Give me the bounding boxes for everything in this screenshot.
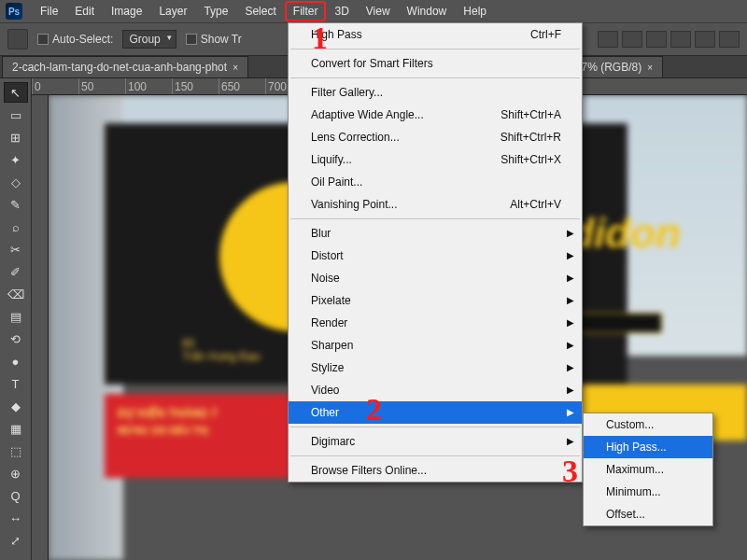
menu-type[interactable]: Type	[195, 1, 236, 21]
menu-layer[interactable]: Layer	[150, 1, 195, 21]
menu-item[interactable]: Offset...	[584, 503, 712, 525]
tool-button[interactable]: ✎	[4, 194, 28, 215]
tool-button[interactable]: ⌫	[4, 284, 28, 304]
menu-file[interactable]: File	[32, 1, 66, 21]
tool-button[interactable]: ▦	[4, 418, 28, 439]
menu-help[interactable]: Help	[455, 1, 495, 21]
close-icon[interactable]: ×	[647, 63, 653, 73]
auto-select-mode-select[interactable]: Group	[122, 30, 176, 49]
menu-view[interactable]: View	[358, 1, 399, 21]
toolbox: ↖▭⊞✦◇✎⌕✂✐⌫▤⟲●T◆▦⬚⊕Q↔⤢	[0, 78, 32, 560]
ps-logo-icon: Ps	[6, 3, 22, 20]
menu-item[interactable]: Render▶	[289, 312, 582, 334]
menu-item[interactable]: Distort▶	[289, 245, 582, 267]
menu-item[interactable]: Digimarc▶	[289, 430, 582, 453]
align-button[interactable]	[622, 31, 642, 48]
menu-item[interactable]: Other▶	[289, 401, 582, 424]
menu-image[interactable]: Image	[103, 1, 150, 21]
tool-button[interactable]: ◇	[4, 172, 28, 192]
align-button[interactable]	[598, 31, 618, 48]
tool-button[interactable]: ⊕	[4, 463, 28, 483]
align-buttons	[598, 31, 740, 48]
filter-menu: High PassCtrl+FConvert for Smart Filters…	[288, 22, 583, 483]
align-button[interactable]	[646, 31, 667, 48]
tool-button[interactable]: ⬚	[4, 441, 28, 461]
align-button[interactable]	[695, 31, 715, 48]
tool-button[interactable]: T	[4, 373, 28, 394]
menu-item[interactable]: Pixelate▶	[289, 289, 582, 312]
menu-edit[interactable]: Edit	[66, 1, 103, 21]
menu-item[interactable]: Lens Correction...Shift+Ctrl+R	[289, 126, 582, 148]
tool-button[interactable]: ⤢	[4, 530, 28, 551]
move-tool-preset-icon[interactable]	[7, 29, 28, 49]
tool-button[interactable]: ✂	[4, 239, 28, 259]
align-button[interactable]	[719, 31, 740, 48]
menu-item[interactable]: Custom...	[584, 413, 712, 436]
menu-item[interactable]: Liquify...Shift+Ctrl+X	[289, 148, 582, 171]
menu-item[interactable]: Filter Gallery...	[289, 81, 582, 104]
tool-button[interactable]: ✦	[4, 149, 28, 170]
menu-item[interactable]: Noise▶	[289, 267, 582, 289]
menu-item[interactable]: Convert for Smart Filters	[289, 52, 582, 75]
menu-item[interactable]: Minimum...	[584, 481, 712, 503]
tool-button[interactable]: ✐	[4, 261, 28, 282]
menu-filter[interactable]: Filter	[285, 1, 327, 21]
tool-button[interactable]: ⌕	[4, 217, 28, 237]
tool-button[interactable]: ●	[4, 351, 28, 371]
menu-select[interactable]: Select	[236, 1, 284, 21]
menu-item[interactable]: Stylize▶	[289, 357, 582, 379]
menu-item[interactable]: High Pass...	[584, 436, 712, 458]
tool-button[interactable]: ▤	[4, 306, 28, 327]
document-tab[interactable]: 2-cach-lam-tang-do-net-cua-anh-bang-phot…	[2, 56, 248, 77]
auto-select-checkbox[interactable]: Auto-Select:	[37, 33, 113, 46]
menu-item[interactable]: Adaptive Wide Angle...Shift+Ctrl+A	[289, 104, 582, 126]
menu-item[interactable]: Blur▶	[289, 222, 582, 245]
menu-bar: Ps FileEditImageLayerTypeSelectFilter3DV…	[0, 0, 747, 22]
close-icon[interactable]: ×	[233, 63, 238, 73]
tool-button[interactable]: ◆	[4, 396, 28, 416]
menu-item[interactable]: Vanishing Point...Alt+Ctrl+V	[289, 193, 582, 216]
menu-item[interactable]: Maximum...	[584, 458, 712, 481]
tool-button[interactable]: ⟲	[4, 329, 28, 349]
align-button[interactable]	[670, 31, 691, 48]
menu-item[interactable]: Sharpen▶	[289, 334, 582, 357]
tool-button[interactable]: ↖	[4, 82, 28, 103]
menu-window[interactable]: Window	[399, 1, 456, 21]
ruler-vertical	[32, 95, 49, 560]
show-transform-checkbox[interactable]: Show Tr	[186, 33, 242, 46]
tool-button[interactable]: Q	[4, 485, 28, 506]
menu-item[interactable]: High PassCtrl+F	[289, 23, 582, 46]
menu-item[interactable]: Browse Filters Online...	[289, 459, 582, 482]
tool-button[interactable]: ▭	[4, 105, 28, 125]
tool-button[interactable]: ↔	[4, 508, 28, 528]
filter-other-submenu: Custom...High Pass...Maximum...Minimum..…	[583, 413, 713, 526]
tool-button[interactable]: ⊞	[4, 127, 28, 147]
menu-item[interactable]: Video▶	[289, 379, 582, 401]
menu-item[interactable]: Oil Paint...	[289, 171, 582, 193]
menu-3d[interactable]: 3D	[326, 1, 357, 21]
